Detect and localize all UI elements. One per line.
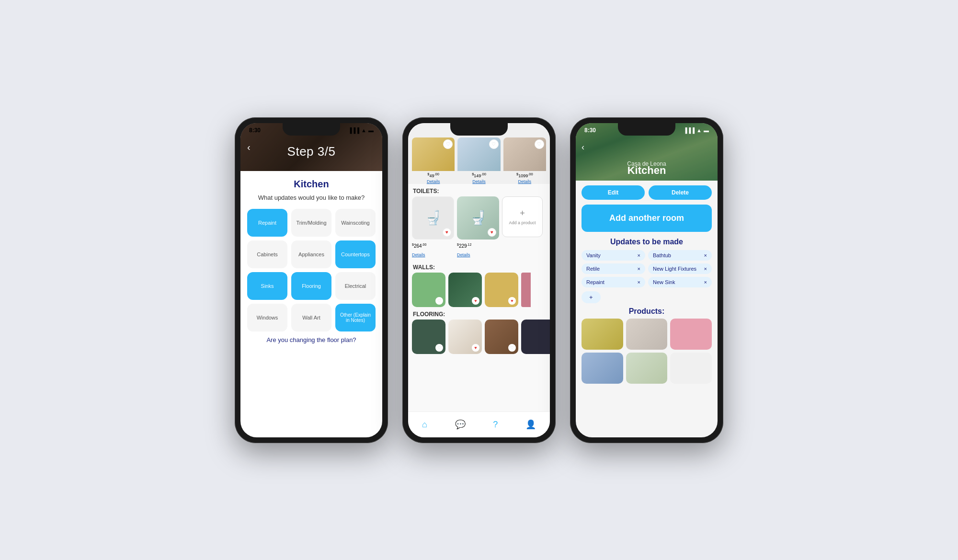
wall-img-4 (521, 273, 531, 307)
floor-img-4 (521, 320, 550, 354)
floor-product-4 (521, 320, 550, 354)
tag-vanity-remove[interactable]: × (638, 252, 640, 258)
tag-repaint-remove[interactable]: × (638, 279, 640, 285)
phone-2: ♡ $49.00 Details ♡ $149.00 Details (402, 117, 556, 443)
floor-product-1: ♡ (412, 320, 445, 354)
wall-heart-3[interactable]: ♥ (508, 297, 516, 305)
status-icons-3: ▐▐▐ ▲ ▬ (684, 127, 709, 133)
nav-help-icon[interactable]: ? (493, 420, 498, 430)
add-plus-icon: + (520, 208, 525, 218)
heart-liked-2[interactable]: ♥ (488, 228, 496, 237)
phone-1: 8:30 ▐▐▐ ▲ ▬ ‹ Step 3/5 Kitchen What upd… (235, 117, 388, 443)
heart-icon-2[interactable]: ♡ (489, 139, 499, 149)
product-img-floral (626, 353, 668, 384)
phone-1-screen: 8:30 ▐▐▐ ▲ ▬ ‹ Step 3/5 Kitchen What upd… (240, 123, 382, 437)
tag-repaint: Repaint × (582, 277, 645, 287)
floor-heart-2[interactable]: ♥ (472, 344, 479, 352)
option-repaint[interactable]: Repaint (247, 209, 287, 237)
top-details-2[interactable]: Details (457, 179, 500, 184)
tag-bathtub-remove[interactable]: × (704, 252, 707, 258)
time-1: 8:30 (249, 127, 261, 134)
product-img-toilet (626, 319, 668, 350)
floor-heart-3[interactable]: ♡ (508, 344, 516, 352)
tag-vanity: Vanity × (582, 250, 645, 261)
wifi-icon-3: ▲ (696, 127, 702, 133)
time-3: 8:30 (584, 127, 596, 134)
signal-icon: ▐▐▐ (348, 127, 359, 133)
products-grid (582, 319, 712, 384)
phone-3-content: Edit Delete Add another room Updates to … (576, 181, 718, 437)
floor-product-3: ♡ (485, 320, 518, 354)
option-windows[interactable]: Windows (247, 304, 287, 331)
back-button-3[interactable]: ‹ (582, 142, 584, 152)
option-trim[interactable]: Trim/Molding (291, 209, 331, 237)
nav-home-icon[interactable]: ⌂ (422, 420, 427, 430)
room-title-1: Kitchen (247, 179, 376, 190)
heart-liked-1[interactable]: ♥ (443, 228, 451, 237)
tag-retile: Retile × (582, 263, 645, 274)
toilet-price-2: $229.12Details (457, 241, 499, 258)
toilet-details-1[interactable]: Details (412, 252, 425, 257)
top-price-3: $1099.00 (503, 171, 546, 179)
top-product-2: ♡ $149.00 Details (457, 137, 500, 184)
wall-heart-2[interactable]: ♥ (472, 297, 479, 305)
wall-heart-1[interactable]: ♡ (435, 297, 443, 305)
nav-chat-icon[interactable]: 💬 (455, 419, 466, 430)
tag-bathtub-label: Bathtub (653, 252, 671, 258)
wifi-icon: ▲ (361, 127, 366, 133)
toilet-details-2[interactable]: Details (457, 252, 470, 257)
question-text: What updates would you like to make? (247, 194, 376, 202)
floor-heart-1[interactable]: ♡ (435, 344, 443, 352)
toilet-price-1: $264.00Details (412, 241, 454, 258)
product-img-empty (670, 353, 712, 384)
options-grid: Repaint Trim/Molding Wainscoting Cabinet… (247, 209, 376, 331)
top-details-3[interactable]: Details (503, 179, 546, 184)
battery-icon: ▬ (368, 127, 374, 133)
add-room-button[interactable]: Add another room (582, 205, 712, 232)
edit-delete-row: Edit Delete (582, 185, 712, 200)
product-img-pink (670, 319, 712, 350)
floor-product-2: ♥ (448, 320, 482, 354)
tag-retile-label: Retile (586, 266, 600, 272)
floor-plan-question: Are you changing the floor plan? (247, 336, 376, 343)
option-countertops[interactable]: Countertops (335, 240, 376, 268)
option-other[interactable]: Other (Explain in Notes) (335, 304, 376, 331)
back-button-1[interactable]: ‹ (247, 141, 251, 152)
step-title: Step 3/5 (287, 144, 336, 159)
wall-product-3: ♥ (485, 273, 518, 307)
tag-fixtures-label: New Light Fixtures (653, 266, 696, 272)
tags-grid: Vanity × Bathtub × Retile × New Light Fi… (582, 250, 712, 287)
heart-icon-1[interactable]: ♡ (443, 139, 453, 149)
wall-product-4 (521, 273, 531, 307)
updates-title: Updates to be made (582, 238, 712, 246)
top-product-img-1: ♡ (412, 137, 455, 171)
edit-button[interactable]: Edit (582, 185, 645, 200)
tag-retile-remove[interactable]: × (638, 266, 640, 272)
phone-2-notch (450, 123, 508, 136)
nav-profile-icon[interactable]: 👤 (525, 419, 536, 430)
top-details-1[interactable]: Details (412, 179, 455, 184)
phone-2-screen: ♡ $49.00 Details ♡ $149.00 Details (408, 123, 550, 437)
tag-fixtures-remove[interactable]: × (704, 266, 707, 272)
signal-icon-3: ▐▐▐ (684, 127, 695, 133)
option-sinks[interactable]: Sinks (247, 272, 287, 300)
option-wainscoting[interactable]: Wainscoting (335, 209, 376, 237)
tag-vanity-label: Vanity (586, 252, 601, 258)
tag-bathtub: Bathtub × (648, 250, 712, 261)
top-product-1: ♡ $49.00 Details (412, 137, 455, 184)
delete-button[interactable]: Delete (649, 185, 712, 200)
walls-section-label: WALLS: (408, 260, 550, 273)
walls-row: ♡ ♥ ♥ (408, 273, 550, 307)
option-flooring[interactable]: Flooring (291, 272, 331, 300)
option-appliances[interactable]: Appliances (291, 240, 331, 268)
option-wall-art[interactable]: Wall Art (291, 304, 331, 331)
top-product-img-2: ♡ (457, 137, 500, 171)
option-electrical[interactable]: Electrical (335, 272, 376, 300)
add-tag-button[interactable]: + (582, 291, 601, 303)
option-cabinets[interactable]: Cabinets (247, 240, 287, 268)
heart-icon-3[interactable]: ♡ (535, 139, 544, 149)
tag-sink-remove[interactable]: × (704, 279, 707, 285)
add-product-btn[interactable]: + Add a product (502, 196, 543, 237)
wall-product-2: ♥ (448, 273, 482, 307)
flooring-section-label: FLOORING: (408, 307, 550, 320)
